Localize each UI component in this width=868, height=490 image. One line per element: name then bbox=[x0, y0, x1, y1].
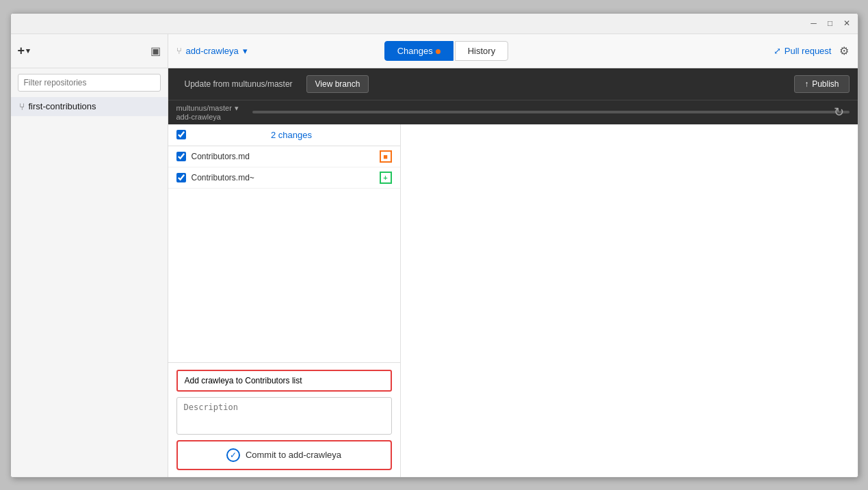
view-branch-button[interactable]: View branch bbox=[306, 75, 369, 93]
header-bar: ⑂ add-crawleya ▾ Changes History ⤢ Pull bbox=[168, 34, 858, 68]
select-all-checkbox[interactable] bbox=[176, 130, 186, 139]
changes-tab-label: Changes bbox=[397, 46, 433, 56]
file-status-icon-1: ■ bbox=[383, 152, 388, 161]
history-tab-label: History bbox=[468, 46, 495, 56]
commit-message-input[interactable] bbox=[176, 370, 392, 392]
publish-icon: ↑ bbox=[804, 79, 808, 89]
branch-dropdown-icon: ▾ bbox=[243, 46, 248, 56]
file-item: Contributors.md ■ bbox=[168, 146, 400, 167]
close-button[interactable]: ✕ bbox=[841, 18, 852, 29]
content-area: 2 changes Contributors.md ■ bbox=[168, 124, 858, 477]
repo-name: first-contributions bbox=[29, 101, 96, 111]
tab-history[interactable]: History bbox=[455, 41, 508, 61]
app-window: ─ □ ✕ + ▾ ▣ ⑂ first-contributions bbox=[10, 13, 858, 478]
master-dropdown-icon: ▾ bbox=[235, 104, 239, 113]
publish-label: Publish bbox=[812, 79, 839, 89]
file-checkbox-2[interactable] bbox=[176, 173, 186, 182]
commit-description-input[interactable] bbox=[176, 397, 392, 435]
tab-changes[interactable]: Changes bbox=[384, 41, 453, 61]
changes-count: 2 changes bbox=[192, 130, 392, 140]
branch-end-icon: ↻ bbox=[834, 105, 844, 120]
pull-request-button[interactable]: ⤢ Pull request bbox=[774, 46, 832, 56]
pull-request-label: Pull request bbox=[785, 46, 832, 56]
commit-checkmark-icon: ✓ bbox=[226, 448, 240, 462]
commit-button-label: Commit to add-crawleya bbox=[246, 450, 341, 460]
branch-icon: ⑂ bbox=[176, 46, 182, 56]
plus-icon: + bbox=[18, 44, 25, 58]
publish-button[interactable]: ↑ Publish bbox=[794, 75, 849, 93]
branch-line-area: multunus/master ▾ add-crawleya ↻ bbox=[168, 100, 858, 124]
changes-dot bbox=[436, 49, 440, 54]
settings-button[interactable]: ⚙ bbox=[839, 44, 849, 57]
update-from-master-button[interactable]: Update from multunus/master bbox=[176, 76, 301, 92]
repository-item[interactable]: ⑂ first-contributions bbox=[11, 97, 168, 116]
current-branch-label: add-crawleya bbox=[176, 113, 239, 121]
header-right: ⤢ Pull request ⚙ bbox=[774, 44, 850, 57]
title-bar: ─ □ ✕ bbox=[11, 14, 858, 34]
file-checkbox-1[interactable] bbox=[176, 152, 186, 161]
pull-request-icon: ⤢ bbox=[774, 46, 781, 56]
branch-selector[interactable]: ⑂ add-crawleya ▾ bbox=[176, 46, 248, 56]
app-layout: + ▾ ▣ ⑂ first-contributions ⑂ add-crawle… bbox=[11, 34, 858, 477]
minimize-button[interactable]: ─ bbox=[808, 18, 819, 29]
master-branch-label: multunus/master ▾ bbox=[176, 104, 239, 113]
file-list: Contributors.md ■ Contributors.md~ + bbox=[168, 146, 400, 362]
branch-name: add-crawleya bbox=[186, 46, 239, 56]
dark-toolbar: Update from multunus/master View branch … bbox=[168, 68, 858, 100]
add-dropdown-icon: ▾ bbox=[26, 46, 30, 55]
commit-button[interactable]: ✓ Commit to add-crawleya bbox=[176, 440, 392, 470]
file-name-1: Contributors.md bbox=[192, 152, 374, 161]
maximize-button[interactable]: □ bbox=[825, 18, 836, 29]
branch-line-track bbox=[252, 111, 850, 113]
diff-panel bbox=[401, 124, 858, 477]
tab-group: Changes History bbox=[384, 41, 509, 61]
layout-toggle-button[interactable]: ▣ bbox=[150, 44, 161, 57]
master-label-text: multunus/master bbox=[176, 104, 232, 112]
main-area: ⑂ add-crawleya ▾ Changes History ⤢ Pull bbox=[168, 34, 858, 477]
file-name-2: Contributors.md~ bbox=[192, 173, 374, 182]
file-status-icon-2: + bbox=[383, 174, 387, 182]
current-label-text: add-crawleya bbox=[176, 113, 221, 121]
file-status-1: ■ bbox=[380, 150, 392, 163]
commit-area: ✓ Commit to add-crawleya bbox=[168, 362, 400, 477]
file-item-2: Contributors.md~ + bbox=[168, 167, 400, 189]
add-repository-button[interactable]: + ▾ bbox=[18, 44, 31, 58]
repo-icon: ⑂ bbox=[19, 101, 25, 112]
changes-header: 2 changes bbox=[168, 124, 400, 146]
sidebar: + ▾ ▣ ⑂ first-contributions bbox=[11, 34, 168, 477]
branch-labels: multunus/master ▾ add-crawleya bbox=[176, 104, 239, 121]
file-status-2: + bbox=[380, 172, 392, 184]
filter-repositories-input[interactable] bbox=[18, 74, 161, 92]
changes-panel: 2 changes Contributors.md ■ bbox=[168, 124, 401, 477]
sidebar-toolbar: + ▾ ▣ bbox=[11, 34, 168, 68]
